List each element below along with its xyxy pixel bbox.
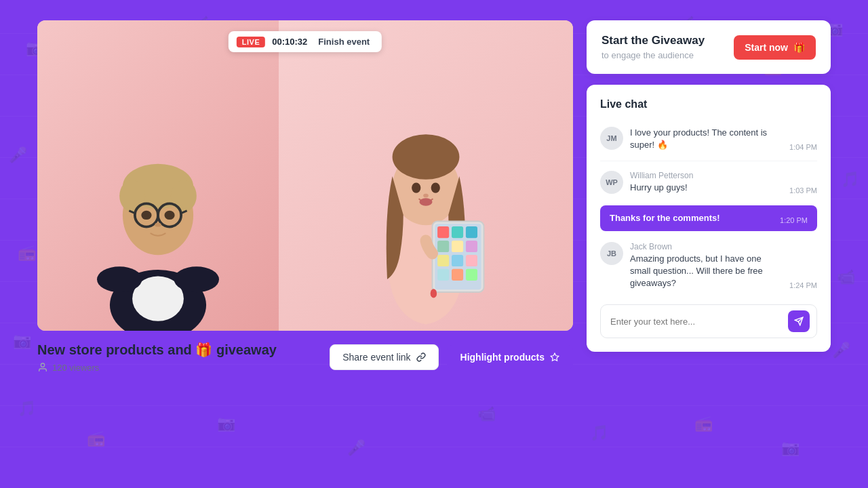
msg-row-3: Amazing products, but I have one small q… (630, 253, 817, 290)
svg-rect-37 (452, 269, 463, 281)
main-container: LIVE 00:10:32 Finish event New store pro… (0, 0, 868, 488)
giveaway-title: Start the Giveaway (601, 34, 705, 47)
svg-point-21 (412, 183, 420, 193)
event-title: New store products and 🎁 giveaway (37, 342, 277, 358)
chat-message-1: JM I love your products! The content is … (600, 121, 817, 157)
chat-panel: Live chat JM I love your products! The c… (587, 85, 831, 352)
msg-text-3: Amazing products, but I have one small q… (630, 253, 784, 290)
msg-text-2: Hurry up guys! (630, 182, 784, 194)
svg-point-14 (155, 223, 161, 227)
right-panel: Start the Giveaway to engage the audienc… (587, 20, 831, 352)
avatar-wp: WP (600, 171, 623, 194)
giveaway-subtitle: to engage the audience (601, 50, 705, 60)
event-actions: Share event link Highlight products (330, 344, 573, 370)
video-left (37, 20, 279, 331)
star-icon (550, 352, 559, 362)
person-male-svg (90, 87, 226, 331)
svg-rect-35 (466, 255, 477, 266)
svg-marker-41 (551, 353, 559, 361)
video-right (279, 20, 574, 331)
msg-sender-3: Jack Brown (630, 242, 817, 251)
giveaway-text: Start the Giveaway to engage the audienc… (601, 34, 705, 60)
svg-rect-38 (466, 269, 477, 281)
svg-rect-33 (437, 255, 449, 266)
svg-point-12 (141, 211, 151, 220)
start-now-button[interactable]: Start now 🎁 (734, 35, 816, 60)
avatar-jb: JB (600, 242, 623, 265)
svg-point-23 (419, 198, 432, 205)
chat-messages: JM I love your products! The content is … (600, 121, 817, 295)
msg-content-3: Jack Brown Amazing products, but I have … (630, 242, 817, 290)
svg-point-6 (171, 180, 197, 211)
svg-point-13 (164, 211, 174, 220)
viewers-label: 120 viewers (52, 363, 99, 373)
event-details: New store products and 🎁 giveaway 120 vi… (37, 342, 277, 373)
highlight-products-button[interactable]: Highlight products (447, 345, 573, 369)
svg-point-16 (174, 266, 218, 292)
msg-row-2: Hurry up guys! 1:03 PM (630, 182, 817, 194)
highlight-label: Highlight products (460, 352, 545, 363)
msg-text-1: I love your products! The content is sup… (630, 127, 784, 151)
gift-icon: 🎁 (793, 42, 805, 53)
video-area: LIVE 00:10:32 Finish event (37, 20, 573, 331)
divider-1 (600, 161, 817, 161)
send-icon (794, 317, 804, 326)
avatar-jm: JM (600, 127, 623, 150)
msg-time-1: 1:04 PM (789, 143, 817, 151)
start-now-label: Start now (745, 42, 788, 53)
finish-event-button[interactable]: Finish event (314, 35, 374, 48)
chat-message-highlighted: Thanks for the comments! 1:20 PM (600, 205, 817, 231)
msg-row-1: I love your products! The content is sup… (630, 127, 817, 151)
msg-time-3: 1:24 PM (789, 281, 817, 289)
person-left-figure (37, 52, 279, 331)
svg-point-24 (423, 194, 429, 198)
msg-time-2: 1:03 PM (789, 186, 817, 195)
giveaway-card: Start the Giveaway to engage the audienc… (587, 20, 831, 74)
msg-text-highlighted: Thanks for the comments! (610, 212, 774, 224)
svg-rect-34 (452, 255, 463, 266)
live-timer: 00:10:32 (272, 37, 307, 47)
chat-title: Live chat (600, 98, 817, 110)
send-button[interactable] (788, 310, 810, 332)
live-badge: LIVE (237, 37, 265, 47)
chat-input-area[interactable] (600, 304, 817, 338)
svg-rect-31 (452, 241, 463, 252)
svg-rect-29 (466, 226, 477, 238)
svg-rect-27 (437, 226, 449, 238)
viewers-count: 120 viewers (37, 362, 277, 373)
msg-content-1: I love your products! The content is sup… (630, 127, 817, 151)
svg-point-5 (119, 180, 145, 211)
event-info: New store products and 🎁 giveaway 120 vi… (37, 342, 573, 373)
person-right-figure (279, 52, 574, 331)
svg-rect-32 (466, 241, 477, 252)
msg-content-highlighted: Thanks for the comments! 1:20 PM (610, 212, 808, 224)
svg-point-39 (430, 289, 437, 298)
svg-rect-28 (452, 226, 463, 238)
person-female-svg (351, 73, 500, 331)
svg-point-15 (97, 266, 142, 292)
msg-time-highlighted: 1:20 PM (780, 216, 808, 224)
svg-point-22 (431, 183, 439, 193)
link-icon (416, 352, 426, 362)
live-overlay: LIVE 00:10:32 Finish event (229, 31, 382, 52)
share-event-button[interactable]: Share event link (330, 344, 438, 370)
chat-message-3: JB Jack Brown Amazing products, but I ha… (600, 237, 817, 296)
chat-input[interactable] (610, 317, 783, 327)
msg-row-highlighted: Thanks for the comments! 1:20 PM (610, 212, 808, 224)
left-section: LIVE 00:10:32 Finish event New store pro… (37, 20, 573, 373)
share-label: Share event link (342, 352, 410, 363)
svg-point-20 (392, 134, 459, 180)
svg-point-40 (41, 363, 44, 367)
chat-message-2: WP William Petterson Hurry up guys! 1:03… (600, 165, 817, 199)
svg-rect-30 (437, 241, 449, 252)
msg-content-2: William Petterson Hurry up guys! 1:03 PM (630, 171, 817, 194)
msg-sender-2: William Petterson (630, 171, 817, 180)
svg-rect-36 (437, 269, 449, 281)
person-icon (37, 362, 48, 373)
